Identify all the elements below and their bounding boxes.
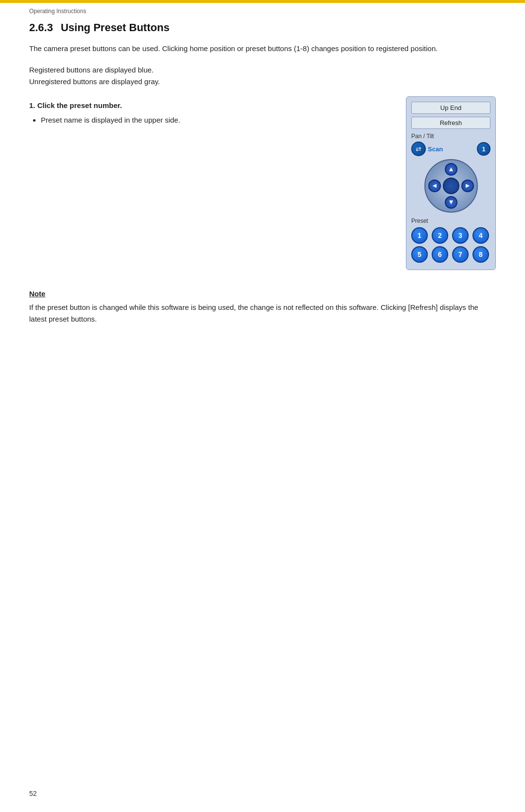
registered-line1: Registered buttons are displayed blue. xyxy=(29,64,496,76)
swap-icon: ⇄ xyxy=(416,145,421,152)
svg-marker-3 xyxy=(466,184,470,188)
preset-grid: 1 2 3 4 5 6 7 8 xyxy=(411,227,490,263)
content-area: 2.6.3Using Preset Buttons The camera pre… xyxy=(0,17,525,354)
dpad-container xyxy=(411,159,490,213)
note-section: Note If the preset button is changed whi… xyxy=(29,289,496,325)
preset-button-2[interactable]: 2 xyxy=(432,227,448,244)
preset-button-4[interactable]: 4 xyxy=(472,227,489,244)
preset-button-1[interactable]: 1 xyxy=(411,227,428,244)
scan-row: ⇄ Scan 1 xyxy=(411,142,490,156)
dpad-center-button[interactable] xyxy=(443,178,459,194)
page-container: Operating Instructions 2.6.3Using Preset… xyxy=(0,0,525,812)
step-bullets: Preset name is displayed in the upper si… xyxy=(41,114,391,126)
section-title: 2.6.3Using Preset Buttons xyxy=(29,21,496,34)
step-text: 1. Click the preset number. Preset name … xyxy=(29,101,391,128)
preset-button-8[interactable]: 8 xyxy=(472,246,489,263)
refresh-button[interactable]: Refresh xyxy=(411,117,490,129)
preset-label: Preset xyxy=(411,217,490,224)
registered-line2: Unregistered buttons are displayed gray. xyxy=(29,76,496,88)
page-number: 52 xyxy=(29,790,37,797)
scan-label: Scan xyxy=(428,145,443,153)
scan-number-button[interactable]: 1 xyxy=(477,142,490,156)
preset-button-3[interactable]: 3 xyxy=(452,227,469,244)
svg-marker-2 xyxy=(433,184,437,188)
note-title: Note xyxy=(29,289,496,298)
dpad-up-button[interactable] xyxy=(445,163,457,176)
intro-text: The camera preset buttons can be used. C… xyxy=(29,43,496,54)
control-panel: Up End Refresh Pan / Tilt ⇄ Scan 1 xyxy=(406,96,496,270)
step-section: 1. Click the preset number. Preset name … xyxy=(29,101,496,270)
scan-icon-button[interactable]: ⇄ xyxy=(411,142,426,156)
svg-marker-1 xyxy=(449,200,453,204)
preset-button-5[interactable]: 5 xyxy=(411,246,428,263)
up-end-button[interactable]: Up End xyxy=(411,102,490,114)
dpad-left-button[interactable] xyxy=(428,180,441,192)
header-label: Operating Instructions xyxy=(0,3,525,17)
step-number: 1. Click the preset number. xyxy=(29,101,391,109)
dpad-right-button[interactable] xyxy=(461,180,474,192)
svg-marker-0 xyxy=(449,167,453,171)
step-bullet-1: Preset name is displayed in the upper si… xyxy=(41,114,391,126)
registered-info: Registered buttons are displayed blue. U… xyxy=(29,64,496,88)
dpad-down-button[interactable] xyxy=(445,196,457,209)
pan-tilt-label: Pan / Tilt xyxy=(411,133,490,140)
note-text: If the preset button is changed while th… xyxy=(29,302,496,325)
preset-button-7[interactable]: 7 xyxy=(452,246,469,263)
section-number: 2.6.3 xyxy=(29,21,53,34)
preset-button-6[interactable]: 6 xyxy=(432,246,448,263)
directional-pad xyxy=(424,159,478,213)
